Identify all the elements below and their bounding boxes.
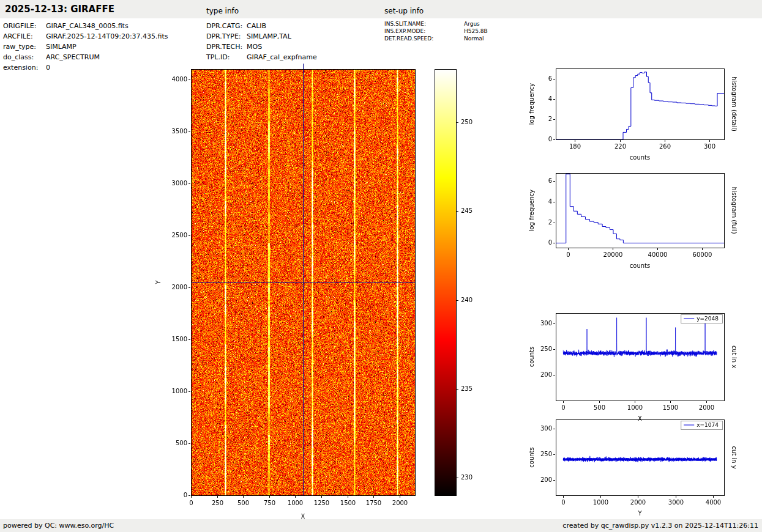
ins-slit-name-value: Argus: [464, 21, 480, 27]
raw-image-with-colorbar-plot: [147, 61, 490, 526]
tpl-id-value: GIRAF_cal_expfname: [247, 53, 317, 61]
histogram-detail-plot: [526, 61, 753, 170]
doclass-value: ARC_SPECTRUM: [46, 53, 100, 61]
dpr-type-value: SIMLAMP,TAL: [247, 32, 291, 40]
arcfile-label: ARCFILE:: [3, 32, 33, 40]
rawtype-label: raw_type:: [3, 43, 36, 51]
extension-value: 0: [46, 64, 50, 72]
setup-info-header: set-up info: [384, 7, 424, 15]
footer-left-text: powered by QC: www.eso.org/HC: [3, 522, 114, 530]
dpr-tech-value: MOS: [247, 43, 262, 51]
dpr-tech-label: DPR.TECH:: [206, 43, 242, 51]
arcfile-value: GIRAF.2025-12-14T09:20:37.435.fits: [46, 32, 168, 40]
det-read-speed-value: Normal: [464, 35, 484, 42]
cut-in-x-plot: [526, 306, 753, 425]
histogram-full-plot: [526, 166, 753, 275]
det-read-speed-label: DET.READ.SPEED:: [384, 35, 433, 42]
rawtype-value: SIMLAMP: [46, 43, 77, 51]
ins-exp-mode-value: H525.8B: [464, 28, 488, 34]
doclass-label: do_class:: [3, 53, 34, 61]
dpr-catg-label: DPR.CATG:: [206, 22, 242, 30]
extension-label: extension:: [3, 64, 38, 72]
ins-slit-name-label: INS.SLIT.NAME:: [384, 21, 426, 27]
origfile-label: ORIGFILE:: [3, 22, 36, 30]
dpr-type-label: DPR.TYPE:: [206, 32, 241, 40]
type-info-header: type info: [206, 7, 239, 15]
tpl-id-label: TPL.ID:: [206, 53, 230, 61]
page-title: 2025-12-13: GIRAFFE: [5, 4, 114, 15]
ins-exp-mode-label: INS.EXP.MODE:: [384, 28, 425, 34]
origfile-value: GIRAF_CAL348_0005.fits: [46, 22, 129, 30]
cut-in-y-plot: [526, 412, 753, 521]
footer-right-text: created by qc_rawdisp.py v1.2.3 on 2025-…: [562, 522, 758, 530]
dpr-catg-value: CALIB: [247, 22, 266, 30]
